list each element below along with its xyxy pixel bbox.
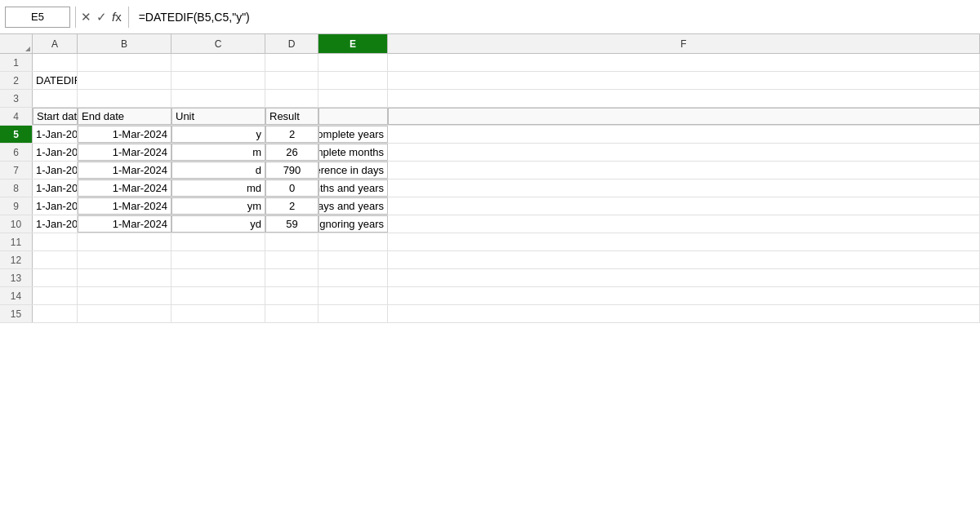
cell-b12[interactable] bbox=[78, 251, 172, 268]
cell-c14[interactable] bbox=[172, 287, 265, 304]
cell-e12[interactable] bbox=[318, 251, 388, 268]
cell-e10[interactable]: // difference in days, ignoring years bbox=[318, 215, 388, 233]
cell-f12[interactable] bbox=[388, 251, 980, 268]
row-number[interactable]: 12 bbox=[0, 251, 33, 268]
cell-d10[interactable]: 59 bbox=[265, 215, 318, 233]
corner-cell[interactable] bbox=[0, 34, 33, 53]
cell-d8[interactable]: 0 bbox=[265, 179, 318, 197]
cell-c12[interactable] bbox=[172, 251, 265, 268]
cell-c4[interactable]: Unit bbox=[172, 108, 265, 125]
row-number[interactable]: 15 bbox=[0, 305, 33, 322]
cell-a6[interactable]: 1-Jan-2022 bbox=[33, 144, 78, 161]
cell-e13[interactable] bbox=[318, 269, 388, 286]
cell-f2[interactable] bbox=[388, 72, 980, 89]
cell-d12[interactable] bbox=[265, 251, 318, 268]
cell-a4[interactable]: Start date bbox=[33, 108, 78, 125]
cell-b15[interactable] bbox=[78, 305, 172, 322]
cell-d9[interactable]: 2 bbox=[265, 197, 318, 215]
cell-f3[interactable] bbox=[388, 90, 980, 107]
row-number[interactable]: 4 bbox=[0, 108, 33, 125]
cell-e4[interactable] bbox=[318, 108, 388, 125]
col-header-b[interactable]: B bbox=[78, 34, 172, 53]
cell-reference-box[interactable]: E5 bbox=[5, 7, 70, 28]
row-number[interactable]: 14 bbox=[0, 287, 33, 304]
cell-f11[interactable] bbox=[388, 233, 980, 250]
cell-a2[interactable]: DATEDIF function bbox=[33, 72, 78, 89]
cell-e11[interactable] bbox=[318, 233, 388, 250]
cell-e5[interactable]: // difference in complete years bbox=[318, 126, 388, 143]
row-number[interactable]: 9 bbox=[0, 197, 33, 215]
cell-a12[interactable] bbox=[33, 251, 78, 268]
cell-e8[interactable]: // difference in days, ignoring months a… bbox=[318, 179, 388, 197]
cell-d4[interactable]: Result bbox=[265, 108, 318, 125]
cell-f1[interactable] bbox=[388, 54, 980, 71]
cell-d11[interactable] bbox=[265, 233, 318, 250]
cell-d2[interactable] bbox=[265, 72, 318, 89]
row-number[interactable]: 10 bbox=[0, 215, 33, 233]
cell-e9[interactable]: // difference in months, ignoring days a… bbox=[318, 197, 388, 215]
cell-e15[interactable] bbox=[318, 305, 388, 322]
cell-e6[interactable]: // difference in complete months bbox=[318, 144, 388, 161]
cell-c3[interactable] bbox=[172, 90, 265, 107]
cell-d5[interactable]: 2 bbox=[265, 126, 318, 143]
col-header-f[interactable]: F bbox=[388, 34, 980, 53]
cell-b7[interactable]: 1-Mar-2024 bbox=[78, 162, 172, 179]
cell-f10[interactable] bbox=[388, 215, 980, 233]
row-number[interactable]: 3 bbox=[0, 90, 33, 107]
cell-b3[interactable] bbox=[78, 90, 172, 107]
cell-c8[interactable]: md bbox=[172, 179, 265, 197]
cell-c9[interactable]: ym bbox=[172, 197, 265, 215]
cell-b9[interactable]: 1-Mar-2024 bbox=[78, 197, 172, 215]
cell-c7[interactable]: d bbox=[172, 162, 265, 179]
row-number[interactable]: 7 bbox=[0, 162, 33, 179]
cell-a1[interactable] bbox=[33, 54, 78, 71]
cell-a5[interactable]: 1-Jan-2022 bbox=[33, 126, 78, 143]
cell-b6[interactable]: 1-Mar-2024 bbox=[78, 144, 172, 161]
cell-a15[interactable] bbox=[33, 305, 78, 322]
col-header-c[interactable]: C bbox=[172, 34, 265, 53]
cell-a7[interactable]: 1-Jan-2022 bbox=[33, 162, 78, 179]
cell-b1[interactable] bbox=[78, 54, 172, 71]
cell-a3[interactable] bbox=[33, 90, 78, 107]
cell-f9[interactable] bbox=[388, 197, 980, 215]
cancel-icon[interactable]: ✕ bbox=[81, 10, 91, 24]
cell-f8[interactable] bbox=[388, 179, 980, 197]
cell-a9[interactable]: 1-Jan-2022 bbox=[33, 197, 78, 215]
cell-a11[interactable] bbox=[33, 233, 78, 250]
cell-d15[interactable] bbox=[265, 305, 318, 322]
cell-f7[interactable] bbox=[388, 162, 980, 179]
cell-d6[interactable]: 26 bbox=[265, 144, 318, 161]
row-number[interactable]: 13 bbox=[0, 269, 33, 286]
cell-f6[interactable] bbox=[388, 144, 980, 161]
cell-c2[interactable] bbox=[172, 72, 265, 89]
formula-input[interactable]: =DATEDIF(B5,C5,"y") bbox=[136, 11, 975, 24]
row-number[interactable]: 5 bbox=[0, 126, 33, 143]
cell-d13[interactable] bbox=[265, 269, 318, 286]
cell-a14[interactable] bbox=[33, 287, 78, 304]
cell-a13[interactable] bbox=[33, 269, 78, 286]
cell-b14[interactable] bbox=[78, 287, 172, 304]
cell-b2[interactable] bbox=[78, 72, 172, 89]
row-number[interactable]: 11 bbox=[0, 233, 33, 250]
cell-a10[interactable]: 1-Jan-2022 bbox=[33, 215, 78, 233]
confirm-icon[interactable]: ✓ bbox=[96, 10, 107, 24]
cell-e3[interactable] bbox=[318, 90, 388, 107]
cell-e14[interactable] bbox=[318, 287, 388, 304]
cell-f15[interactable] bbox=[388, 305, 980, 322]
cell-f14[interactable] bbox=[388, 287, 980, 304]
cell-c11[interactable] bbox=[172, 233, 265, 250]
cell-a8[interactable]: 1-Jan-2022 bbox=[33, 179, 78, 197]
cell-f4[interactable] bbox=[388, 108, 980, 125]
cell-c13[interactable] bbox=[172, 269, 265, 286]
cell-b8[interactable]: 1-Mar-2024 bbox=[78, 179, 172, 197]
cell-f5[interactable] bbox=[388, 126, 980, 143]
row-number[interactable]: 8 bbox=[0, 179, 33, 197]
cell-d7[interactable]: 790 bbox=[265, 162, 318, 179]
cell-c15[interactable] bbox=[172, 305, 265, 322]
row-number[interactable]: 6 bbox=[0, 144, 33, 161]
cell-c5[interactable]: y bbox=[172, 126, 265, 143]
cell-d1[interactable] bbox=[265, 54, 318, 71]
cell-d14[interactable] bbox=[265, 287, 318, 304]
col-header-d[interactable]: D bbox=[265, 34, 318, 53]
cell-c10[interactable]: yd bbox=[172, 215, 265, 233]
